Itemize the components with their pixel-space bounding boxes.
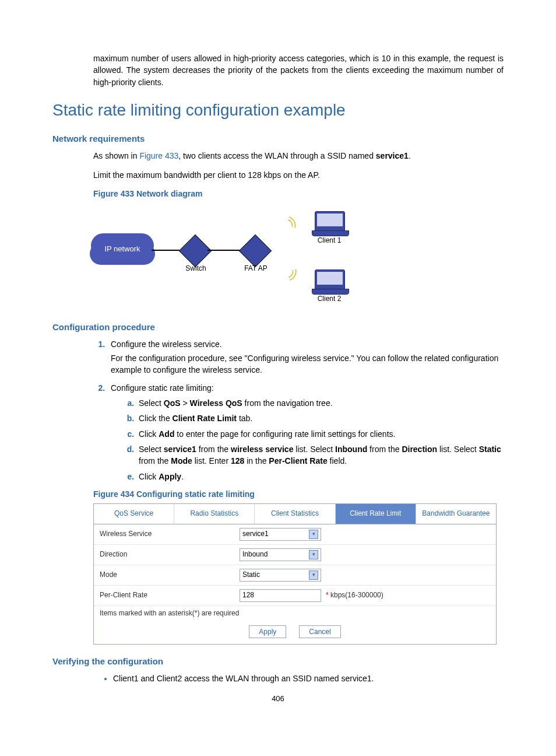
substep-c: Click Add to enter the page for configur… [136, 428, 504, 440]
screenshot-client-rate-limit: QoS Service Radio Statistics Client Stat… [93, 503, 497, 645]
bold: wireless service [231, 444, 293, 454]
substep-b: Click the Client Rate Limit tab. [136, 412, 504, 424]
text: , two clients access the WLAN through a … [178, 151, 376, 160]
text: . [409, 151, 411, 160]
section-heading: Static rate limiting configuration examp… [52, 99, 504, 123]
tab-bar: QoS Service Radio Statistics Client Stat… [94, 504, 496, 524]
text: from the [196, 444, 231, 454]
text: field. [328, 456, 347, 466]
row-wireless-service: Wireless Service service1 ▾ [94, 524, 496, 545]
text: Click the [139, 414, 173, 423]
select-value: Inbound [242, 550, 268, 559]
label-wireless-service: Wireless Service [100, 529, 240, 539]
text: Select [139, 444, 164, 454]
wifi-icon [274, 212, 301, 239]
apply-button[interactable]: Apply [249, 625, 286, 638]
bold: Direction [402, 444, 437, 454]
client1-label: Client 1 [312, 236, 346, 246]
hint-text: kbps(16-300000) [330, 591, 383, 599]
cancel-button[interactable]: Cancel [299, 625, 340, 638]
text: list. Enter [192, 456, 231, 466]
netreq-line2: Limit the maximum bandwidth per client t… [93, 169, 504, 181]
laptop-icon [315, 211, 345, 232]
chevron-down-icon: ▾ [309, 550, 318, 559]
text: Click [139, 429, 159, 439]
wifi-icon [274, 259, 301, 286]
ap-icon [239, 235, 272, 268]
tab-client-statistics[interactable]: Client Statistics [255, 504, 335, 523]
netreq-line1: As shown in Figure 433, two clients acce… [93, 150, 504, 162]
step-text: Configure static rate limiting: [111, 383, 214, 393]
required-footnote: Items marked with an asterisk(*) are req… [94, 606, 496, 623]
row-direction: Direction Inbound ▾ [94, 545, 496, 565]
text: Select [139, 398, 164, 408]
button-bar: Apply Cancel [94, 623, 496, 644]
select-wireless-service[interactable]: service1 ▾ [240, 528, 321, 541]
text: from the [139, 456, 171, 466]
bold: Add [159, 429, 174, 439]
text: list. Select [437, 444, 479, 454]
step-text: Configure the wireless service. [111, 340, 222, 349]
label-mode: Mode [100, 570, 240, 580]
subsection-verify: Verifying the configuration [52, 655, 504, 668]
bold: service1 [164, 444, 196, 454]
select-value: service1 [242, 529, 269, 539]
text: Click [139, 472, 159, 481]
step-text: For the configuration procedure, see "Co… [111, 352, 504, 376]
intro-paragraph: maximum number of users allowed in high-… [52, 52, 504, 88]
subsection-proc: Configuration procedure [52, 321, 504, 334]
subsection-netreq: Network requirements [52, 132, 504, 145]
tab-qos-service[interactable]: QoS Service [94, 504, 174, 523]
cloud-ipnetwork: IP network [93, 235, 152, 264]
text: from the navigation tree. [242, 398, 333, 408]
text: tab. [237, 414, 252, 423]
figure-caption-434: Figure 434 Configuring static rate limit… [93, 488, 504, 500]
text: As shown in [93, 151, 139, 160]
bold: Client Rate Limit [173, 414, 237, 423]
chevron-down-icon: ▾ [309, 530, 318, 539]
ap-label: FAT AP [239, 264, 273, 274]
text: to enter the page for configuring rate l… [174, 429, 395, 439]
figure-link[interactable]: Figure 433 [139, 151, 178, 160]
verify-list: Client1 and Client2 access the WLAN thro… [99, 673, 504, 684]
substep-d: Select service1 from the wireless servic… [136, 443, 504, 467]
client2-label: Client 2 [312, 294, 346, 304]
substep-a: Select QoS > Wireless QoS from the navig… [136, 397, 504, 409]
tab-radio-statistics[interactable]: Radio Statistics [174, 504, 255, 523]
text: > [181, 398, 190, 408]
text: list. Select [293, 444, 335, 454]
network-diagram: IP network Switch FAT AP Client 1 Client… [93, 205, 504, 310]
laptop-icon [315, 270, 345, 290]
page-number: 406 [52, 694, 504, 705]
input-value: 128 [242, 590, 254, 600]
switch-label: Switch [182, 264, 210, 274]
verify-bullet: Client1 and Client2 access the WLAN thro… [113, 673, 504, 684]
tab-bandwidth-guarantee[interactable]: Bandwidth Guarantee [416, 504, 496, 523]
select-direction[interactable]: Inbound ▾ [240, 548, 321, 561]
label-per-client-rate: Per-Client Rate [100, 590, 240, 600]
row-mode: Mode Static ▾ [94, 565, 496, 586]
substep-e: Click Apply. [136, 471, 504, 482]
step-2: Configure static rate limiting: Select Q… [107, 382, 504, 482]
bold: Per-Client Rate [269, 456, 327, 466]
bold: Static [479, 444, 501, 454]
switch-icon [179, 235, 212, 268]
bold: Apply [159, 472, 181, 481]
substeps: Select QoS > Wireless QoS from the navig… [124, 397, 504, 482]
rate-hint: * kbps(16-300000) [326, 590, 383, 600]
select-mode[interactable]: Static ▾ [240, 569, 321, 582]
bold: 128 [231, 456, 244, 466]
text: in the [244, 456, 269, 466]
bold: Wireless QoS [190, 398, 242, 408]
bold: QoS [164, 398, 181, 408]
input-per-client-rate[interactable]: 128 [240, 589, 321, 602]
required-asterisk: * [326, 591, 329, 599]
bold: Inbound [335, 444, 367, 454]
text: . [181, 472, 184, 481]
bold-service1: service1 [376, 151, 409, 160]
bold: Mode [171, 456, 192, 466]
label-direction: Direction [100, 550, 240, 559]
tab-client-rate-limit[interactable]: Client Rate Limit [336, 504, 416, 523]
select-value: Static [242, 570, 260, 580]
procedure-list: Configure the wireless service. For the … [93, 338, 504, 482]
